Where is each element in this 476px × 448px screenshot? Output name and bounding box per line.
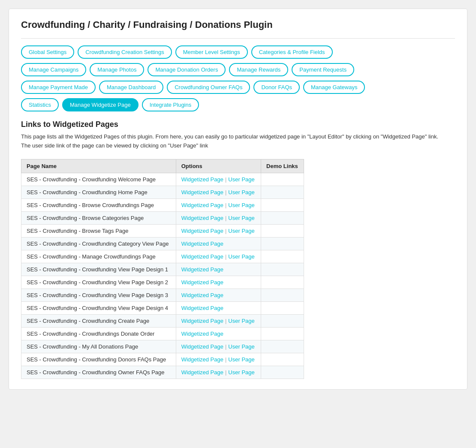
table-row: SES - Crowdfunding - Crowdfunding View P… — [21, 301, 304, 314]
user-page-link[interactable]: User Page — [228, 176, 254, 183]
widgetized-page-link[interactable]: Widgetized Page — [181, 279, 223, 286]
table-row: SES - Crowdfunding - Crowdfunding Welcom… — [21, 173, 304, 186]
widgetized-page-link[interactable]: Widgetized Page — [181, 305, 223, 311]
widgetized-page-link[interactable]: Widgetized Page — [181, 292, 223, 298]
pipe-separator: | — [225, 215, 226, 221]
user-page-link[interactable]: User Page — [228, 253, 254, 260]
widgetize-table: Page Name Options Demo Links SES - Crowd… — [21, 159, 304, 379]
cell-options: Widgetized Page|User Page — [176, 186, 261, 198]
cell-options: Widgetized Page|User Page — [176, 366, 261, 379]
widgetized-page-link[interactable]: Widgetized Page — [181, 369, 223, 376]
cell-demo-links — [261, 263, 304, 276]
cell-page-name: SES - Crowdfunding - Crowdfunding View P… — [21, 263, 176, 276]
user-page-link[interactable]: User Page — [228, 228, 254, 234]
cell-demo-links — [261, 327, 304, 340]
widgetized-page-link[interactable]: Widgetized Page — [181, 253, 223, 260]
cell-page-name: SES - Crowdfunding - Crowdfundings Donat… — [21, 327, 176, 340]
col-page-name: Page Name — [21, 159, 176, 173]
cell-page-name: SES - Crowdfunding - Crowdfunding View P… — [21, 276, 176, 289]
cell-page-name: SES - Crowdfunding - Crowdfunding Create… — [21, 314, 176, 327]
widgetized-page-link[interactable]: Widgetized Page — [181, 331, 223, 337]
user-page-link[interactable]: User Page — [228, 343, 254, 350]
table-row: SES - Crowdfunding - Crowdfundings Donat… — [21, 327, 304, 340]
nav-btn-3-0[interactable]: Statistics — [21, 98, 59, 111]
cell-page-name: SES - Crowdfunding - Browse Tags Page — [21, 224, 176, 237]
page-title: Crowdfunding / Charity / Fundraising / D… — [21, 19, 455, 30]
cell-page-name: SES - Crowdfunding - Crowdfunding View P… — [21, 289, 176, 301]
cell-page-name: SES - Crowdfunding - Browse Categories P… — [21, 211, 176, 224]
cell-page-name: SES - Crowdfunding - Crowdfunding Welcom… — [21, 173, 176, 186]
nav-btn-0-2[interactable]: Member Level Settings — [175, 45, 248, 59]
nav-row-2: Manage Payment MadeManage DashboardCrowd… — [21, 81, 455, 94]
nav-btn-2-2[interactable]: Crowdfunding Owner FAQs — [167, 81, 250, 94]
cell-options: Widgetized Page — [176, 289, 261, 301]
pipe-separator: | — [225, 253, 226, 260]
cell-options: Widgetized Page — [176, 263, 261, 276]
widgetized-page-link[interactable]: Widgetized Page — [181, 176, 223, 183]
table-row: SES - Crowdfunding - My All Donations Pa… — [21, 340, 304, 353]
cell-demo-links — [261, 237, 304, 250]
widgetized-page-link[interactable]: Widgetized Page — [181, 228, 223, 234]
table-row: SES - Crowdfunding - Crowdfunding Home P… — [21, 186, 304, 198]
section-desc-line1: This page lists all the Widgetized Pages… — [21, 133, 438, 140]
nav-btn-1-4[interactable]: Payment Requests — [292, 63, 354, 76]
cell-options: Widgetized Page — [176, 301, 261, 314]
pipe-separator: | — [225, 343, 226, 350]
table-row: SES - Crowdfunding - Crowdfunding Owner … — [21, 366, 304, 379]
user-page-link[interactable]: User Page — [228, 189, 254, 195]
nav-btn-1-0[interactable]: Manage Campaigns — [21, 63, 86, 76]
cell-options: Widgetized Page|User Page — [176, 211, 261, 224]
cell-options: Widgetized Page — [176, 237, 261, 250]
table-row: SES - Crowdfunding - Browse Tags PageWid… — [21, 224, 304, 237]
cell-options: Widgetized Page|User Page — [176, 250, 261, 263]
nav-btn-2-1[interactable]: Manage Dashboard — [99, 81, 163, 94]
nav-btn-1-3[interactable]: Manage Rewards — [229, 63, 288, 76]
cell-demo-links — [261, 250, 304, 263]
pipe-separator: | — [225, 228, 226, 234]
widgetized-page-link[interactable]: Widgetized Page — [181, 189, 223, 195]
user-page-link[interactable]: User Page — [228, 369, 254, 376]
nav-btn-3-2[interactable]: Integrate Plugins — [142, 98, 199, 111]
cell-options: Widgetized Page|User Page — [176, 340, 261, 353]
cell-page-name: SES - Crowdfunding - Manage Crowdfunding… — [21, 250, 176, 263]
user-page-link[interactable]: User Page — [228, 356, 254, 363]
user-page-link[interactable]: User Page — [228, 215, 254, 221]
cell-page-name: SES - Crowdfunding - Crowdfunding Home P… — [21, 186, 176, 198]
cell-page-name: SES - Crowdfunding - My All Donations Pa… — [21, 340, 176, 353]
widgetized-page-link[interactable]: Widgetized Page — [181, 202, 223, 208]
table-row: SES - Crowdfunding - Crowdfunding View P… — [21, 289, 304, 301]
user-page-link[interactable]: User Page — [228, 202, 254, 208]
col-options: Options — [176, 159, 261, 173]
nav-btn-0-1[interactable]: Crowdfunding Creation Settings — [78, 45, 172, 59]
main-container: Crowdfunding / Charity / Fundraising / D… — [9, 9, 467, 390]
pipe-separator: | — [225, 356, 226, 363]
widgetized-page-link[interactable]: Widgetized Page — [181, 318, 223, 324]
widgetized-page-link[interactable]: Widgetized Page — [181, 215, 223, 221]
widgetized-page-link[interactable]: Widgetized Page — [181, 343, 223, 350]
table-row: SES - Crowdfunding - Crowdfunding Catego… — [21, 237, 304, 250]
nav-btn-0-3[interactable]: Categories & Profile Fields — [251, 45, 333, 59]
nav-btn-0-0[interactable]: Global Settings — [21, 45, 74, 59]
col-demo-links: Demo Links — [261, 159, 304, 173]
table-body: SES - Crowdfunding - Crowdfunding Welcom… — [21, 173, 304, 379]
cell-demo-links — [261, 289, 304, 301]
user-page-link[interactable]: User Page — [228, 318, 254, 324]
cell-options: Widgetized Page|User Page — [176, 314, 261, 327]
cell-page-name: SES - Crowdfunding - Crowdfunding Donors… — [21, 353, 176, 366]
cell-demo-links — [261, 186, 304, 198]
nav-btn-2-0[interactable]: Manage Payment Made — [21, 81, 96, 94]
widgetized-page-link[interactable]: Widgetized Page — [181, 241, 223, 247]
widgetized-page-link[interactable]: Widgetized Page — [181, 356, 223, 363]
table-row: SES - Crowdfunding - Manage Crowdfunding… — [21, 250, 304, 263]
section-desc: This page lists all the Widgetized Pages… — [21, 132, 455, 150]
section-desc-line2: The user side link of the page can be vi… — [21, 142, 208, 149]
widgetized-page-link[interactable]: Widgetized Page — [181, 266, 223, 273]
nav-btn-1-2[interactable]: Manage Donation Orders — [148, 63, 226, 76]
nav-btn-2-4[interactable]: Manage Gateways — [303, 81, 365, 94]
nav-btn-1-1[interactable]: Manage Photos — [90, 63, 144, 76]
nav-btn-2-3[interactable]: Donor FAQs — [253, 81, 300, 94]
cell-options: Widgetized Page|User Page — [176, 353, 261, 366]
cell-page-name: SES - Crowdfunding - Browse Crowdfunding… — [21, 198, 176, 211]
nav-btn-3-1[interactable]: Manage Widgetize Page — [62, 98, 139, 111]
table-row: SES - Crowdfunding - Crowdfunding Create… — [21, 314, 304, 327]
